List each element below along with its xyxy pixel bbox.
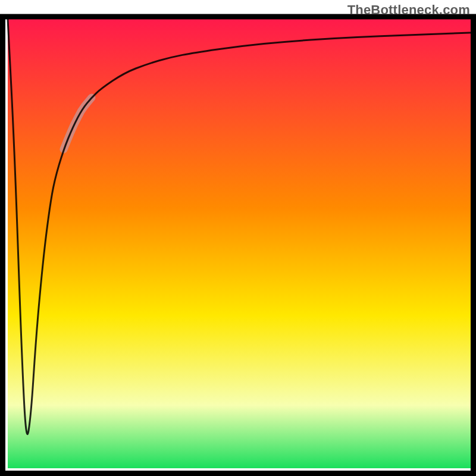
chart-container: TheBottleneck.com [0, 0, 476, 476]
plot-background [8, 19, 474, 468]
watermark-label: TheBottleneck.com [347, 2, 470, 18]
bottleneck-chart [0, 0, 476, 476]
